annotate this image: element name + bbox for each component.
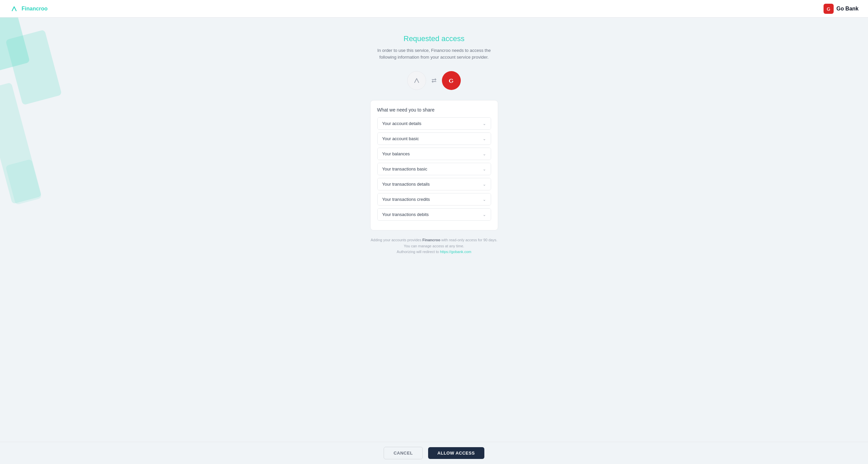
accordion-header-balances[interactable]: Your balances ⌄ xyxy=(378,148,491,160)
accordion-item-account-basic[interactable]: Your account basic ⌄ xyxy=(377,133,491,145)
chevron-down-icon: ⌄ xyxy=(483,152,486,156)
accordion-header-transactions-debits[interactable]: Your transactions debits ⌄ xyxy=(378,209,491,221)
gobank-logo-circle xyxy=(442,71,461,90)
accordion-item-account-details[interactable]: Your account details ⌄ xyxy=(377,117,491,130)
accordion-item-transactions-basic[interactable]: Your transactions basic ⌄ xyxy=(377,163,491,175)
accordion-item-transactions-credits[interactable]: Your transactions credits ⌄ xyxy=(377,193,491,206)
chevron-down-icon: ⌄ xyxy=(483,137,486,141)
accordion-label-account-details: Your account details xyxy=(382,121,422,126)
accordion-container: Your account details ⌄ Your account basi… xyxy=(377,117,491,221)
access-card: What we need you to share Your account d… xyxy=(370,100,498,231)
accordion-item-transactions-details[interactable]: Your transactions details ⌄ xyxy=(377,178,491,191)
chevron-down-icon: ⌄ xyxy=(483,167,486,172)
main-content: Requested access In order to use this se… xyxy=(0,18,868,295)
allow-access-button[interactable]: ALLOW ACCESS xyxy=(428,447,484,459)
financroo-brand: Financroo xyxy=(9,4,48,13)
accordion-header-transactions-credits[interactable]: Your transactions credits ⌄ xyxy=(378,194,491,205)
svg-rect-0 xyxy=(9,4,19,13)
accordion-label-account-basic: Your account basic xyxy=(382,136,419,141)
accordion-label-transactions-details: Your transactions details xyxy=(382,182,430,187)
cancel-button[interactable]: CANCEL xyxy=(384,447,423,459)
accordion-label-transactions-credits: Your transactions credits xyxy=(382,197,430,202)
footer-note: Adding your accounts provides Financroo … xyxy=(370,237,498,255)
footer-brand: Financroo xyxy=(423,238,440,242)
chevron-down-icon: ⌄ xyxy=(483,182,486,187)
gobank-brand: Go Bank xyxy=(824,4,859,14)
accordion-item-balances[interactable]: Your balances ⌄ xyxy=(377,148,491,160)
accordion-header-transactions-basic[interactable]: Your transactions basic ⌄ xyxy=(378,163,491,175)
accordion-label-transactions-basic: Your transactions basic xyxy=(382,167,428,172)
access-card-title: What we need you to share xyxy=(377,107,491,113)
accordion-header-account-basic[interactable]: Your account basic ⌄ xyxy=(378,133,491,145)
header: Financroo Go Bank xyxy=(0,0,868,18)
accordion-label-balances: Your balances xyxy=(382,151,410,156)
page-title: Requested access xyxy=(404,34,464,43)
bottom-bar: CANCEL ALLOW ACCESS xyxy=(0,442,868,464)
chevron-down-icon: ⌄ xyxy=(483,197,486,202)
gobank-logo-icon xyxy=(824,4,834,14)
footer-link[interactable]: https://gobank.com xyxy=(440,250,471,254)
accordion-header-transactions-details[interactable]: Your transactions details ⌄ xyxy=(378,178,491,190)
accordion-item-transactions-debits[interactable]: Your transactions debits ⌄ xyxy=(377,208,491,221)
financroo-logo-icon xyxy=(9,4,19,13)
chevron-down-icon: ⌄ xyxy=(483,212,486,217)
logos-connector: ⇄ xyxy=(407,71,461,90)
accordion-label-transactions-debits: Your transactions debits xyxy=(382,212,429,217)
footer-redirect-text: Authorizing will redirect to xyxy=(397,250,440,254)
gobank-logo-text: Go Bank xyxy=(836,6,859,12)
accordion-header-account-details[interactable]: Your account details ⌄ xyxy=(378,118,491,129)
chevron-down-icon: ⌄ xyxy=(483,121,486,126)
financroo-logo-text: Financroo xyxy=(22,6,48,12)
financroo-logo-circle xyxy=(407,71,426,90)
page-subtitle: In order to use this service, Financroo … xyxy=(370,47,498,60)
footer-note-prefix: Adding your accounts provides xyxy=(371,238,422,242)
transfer-icon: ⇄ xyxy=(432,77,436,84)
